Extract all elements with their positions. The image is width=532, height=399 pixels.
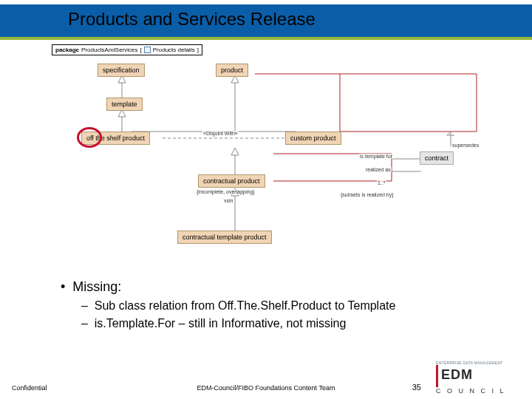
node-contractual-template-product: contractual template product — [177, 231, 272, 244]
node-custom-product: custom product — [285, 132, 341, 145]
logo-main-text: EDM — [441, 367, 473, 382]
footer-page-number: 35 — [412, 383, 421, 392]
label-subsets: {subsets is realized by} — [340, 192, 395, 197]
edm-logo: ENTERPRISE DATA MANAGEMENT EDM C O U N C… — [436, 361, 525, 395]
logo-bar — [436, 365, 438, 387]
bullet-list: • Missing: – Sub class relation from Off… — [61, 279, 489, 330]
bullet-item: – Sub class relation from Off.The.Shelf.… — [81, 299, 489, 313]
accent-line — [0, 37, 532, 40]
label-xsin: xsin — [223, 198, 233, 203]
uml-diagram: package ProductsAndServices [ Products d… — [52, 44, 488, 266]
bullet-heading-text: Missing: — [72, 279, 121, 294]
node-template: template — [106, 98, 143, 111]
label-card: 1..* — [377, 180, 386, 185]
node-product: product — [216, 64, 248, 77]
logo-main-row: EDM — [436, 365, 525, 387]
node-specification: specification — [98, 64, 145, 77]
svg-marker-10 — [231, 148, 239, 155]
label-is-template-for: is template for — [359, 154, 393, 159]
slide: Products and Services Release package Pr… — [0, 0, 532, 399]
node-contractual-product: contractual product — [198, 174, 265, 188]
bullet-item-text: is.Template.For – still in Informative, … — [95, 317, 347, 330]
logo-bottom-text: C O U N C I L — [436, 387, 525, 395]
label-disjoint: «Disjoint With» — [202, 131, 239, 136]
bullet-item-text: Sub class relation from Off.The.Shelf.Pr… — [95, 299, 396, 312]
node-contract: contract — [420, 151, 454, 165]
bullet-heading: • Missing: — [61, 279, 489, 295]
bullet-item: – is.Template.For – still in Informative… — [81, 317, 489, 330]
label-realized-as: realized as — [365, 167, 392, 172]
page-title: Products and Services Release — [68, 9, 316, 30]
label-supersedes: supersedes — [451, 143, 480, 148]
highlight-circle — [77, 127, 102, 148]
label-constraint: {incomplete, overlapping} — [196, 189, 256, 194]
